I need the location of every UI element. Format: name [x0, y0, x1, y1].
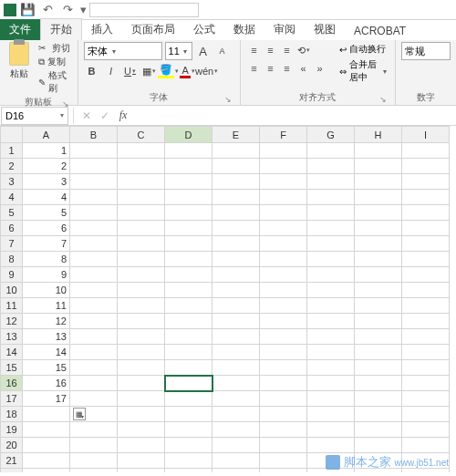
row-header-21[interactable]: 21 — [1, 453, 23, 469]
cell-D2[interactable] — [165, 159, 212, 174]
underline-button[interactable]: U — [122, 63, 139, 79]
cell-E9[interactable] — [212, 267, 260, 283]
cell-D14[interactable] — [165, 345, 212, 360]
column-header-A[interactable]: A — [23, 127, 70, 143]
tab-home[interactable]: 开始 — [40, 18, 82, 40]
select-all-corner[interactable] — [1, 127, 23, 143]
font-name-combo[interactable]: 宋体 ▾ — [84, 42, 162, 60]
cell-C22[interactable] — [118, 469, 165, 473]
cell-B5[interactable] — [70, 205, 118, 221]
cell-C17[interactable] — [118, 391, 165, 407]
cell-B9[interactable] — [70, 267, 118, 283]
row-header-18[interactable]: 18 — [1, 407, 23, 422]
cell-D4[interactable] — [165, 190, 212, 205]
cell-D9[interactable] — [165, 267, 212, 283]
cell-I14[interactable] — [402, 345, 450, 360]
cell-C19[interactable] — [118, 422, 165, 438]
cell-C10[interactable] — [118, 283, 165, 298]
cell-A17[interactable]: 17 — [23, 391, 70, 407]
cell-G8[interactable] — [307, 252, 355, 267]
cell-C18[interactable] — [118, 407, 165, 422]
cell-I6[interactable] — [402, 221, 450, 236]
row-header-3[interactable]: 3 — [1, 174, 23, 190]
cell-H12[interactable] — [355, 314, 402, 329]
cell-H16[interactable] — [355, 376, 402, 391]
cell-F10[interactable] — [260, 283, 307, 298]
copy-button[interactable]: ⧉ 复制 — [36, 56, 72, 68]
cell-F18[interactable] — [260, 407, 307, 422]
cell-C11[interactable] — [118, 298, 165, 314]
cell-I19[interactable] — [402, 422, 450, 438]
cell-D6[interactable] — [165, 221, 212, 236]
cell-F14[interactable] — [260, 345, 307, 360]
cell-G20[interactable] — [307, 438, 355, 453]
worksheet-grid[interactable]: ABCDEFGHI1122334455667788991010111112121… — [0, 126, 456, 472]
cell-H3[interactable] — [355, 174, 402, 190]
cell-D19[interactable] — [165, 422, 212, 438]
cell-D7[interactable] — [165, 236, 212, 252]
cell-G15[interactable] — [307, 360, 355, 376]
redo-button[interactable]: ↷ — [58, 2, 77, 18]
cell-C2[interactable] — [118, 159, 165, 174]
cell-E1[interactable] — [212, 143, 260, 159]
cell-G12[interactable] — [307, 314, 355, 329]
cell-F11[interactable] — [260, 298, 307, 314]
cell-B6[interactable] — [70, 221, 118, 236]
cell-B3[interactable] — [70, 174, 118, 190]
cell-C12[interactable] — [118, 314, 165, 329]
row-header-22[interactable]: 22 — [1, 469, 23, 473]
cell-G10[interactable] — [307, 283, 355, 298]
row-header-4[interactable]: 4 — [1, 190, 23, 205]
column-header-H[interactable]: H — [355, 127, 402, 143]
row-header-19[interactable]: 19 — [1, 422, 23, 438]
orientation-button[interactable]: ⟲ — [295, 42, 312, 58]
cell-A12[interactable]: 12 — [23, 314, 70, 329]
column-header-B[interactable]: B — [70, 127, 118, 143]
cell-F7[interactable] — [260, 236, 307, 252]
cell-D15[interactable] — [165, 360, 212, 376]
cell-F19[interactable] — [260, 422, 307, 438]
cell-C5[interactable] — [118, 205, 165, 221]
cell-B13[interactable] — [70, 329, 118, 345]
cell-C15[interactable] — [118, 360, 165, 376]
cell-A5[interactable]: 5 — [23, 205, 70, 221]
wrap-text-button[interactable]: ↩ 自动换行 — [337, 42, 389, 57]
cell-C8[interactable] — [118, 252, 165, 267]
cell-B18[interactable]: ▦ — [70, 407, 118, 422]
cell-F17[interactable] — [260, 391, 307, 407]
cell-I8[interactable] — [402, 252, 450, 267]
align-top-button[interactable]: ≡ — [246, 42, 263, 58]
row-header-8[interactable]: 8 — [1, 252, 23, 267]
save-button[interactable]: 💾 — [18, 2, 36, 18]
cell-F15[interactable] — [260, 360, 307, 376]
cell-G14[interactable] — [307, 345, 355, 360]
cell-F2[interactable] — [260, 159, 307, 174]
cell-G3[interactable] — [307, 174, 355, 190]
cell-I13[interactable] — [402, 329, 450, 345]
cell-B7[interactable] — [70, 236, 118, 252]
cell-E14[interactable] — [212, 345, 260, 360]
row-header-20[interactable]: 20 — [1, 438, 23, 453]
cell-H18[interactable] — [355, 407, 402, 422]
cell-D22[interactable] — [165, 469, 212, 473]
cell-E15[interactable] — [212, 360, 260, 376]
cell-B20[interactable] — [70, 438, 118, 453]
cell-A4[interactable]: 4 — [23, 190, 70, 205]
cell-F13[interactable] — [260, 329, 307, 345]
cell-C4[interactable] — [118, 190, 165, 205]
cell-I9[interactable] — [402, 267, 450, 283]
cell-C6[interactable] — [118, 221, 165, 236]
row-header-6[interactable]: 6 — [1, 221, 23, 236]
cell-H8[interactable] — [355, 252, 402, 267]
cell-A1[interactable]: 1 — [23, 143, 70, 159]
cell-E21[interactable] — [212, 453, 260, 469]
cell-D3[interactable] — [165, 174, 212, 190]
cell-H5[interactable] — [355, 205, 402, 221]
cell-G17[interactable] — [307, 391, 355, 407]
tab-view[interactable]: 视图 — [305, 19, 345, 40]
align-center-button[interactable]: ≡ — [263, 60, 279, 77]
cell-E8[interactable] — [212, 252, 260, 267]
cell-F6[interactable] — [260, 221, 307, 236]
cell-B10[interactable] — [70, 283, 118, 298]
cell-F4[interactable] — [260, 190, 307, 205]
